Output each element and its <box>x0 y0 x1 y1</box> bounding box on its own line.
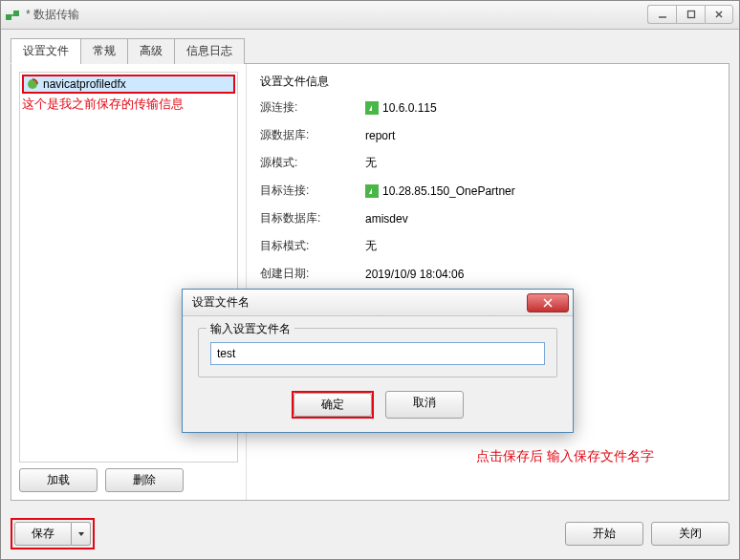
row-target-db: 目标数据库: amisdev <box>260 210 715 226</box>
db-icon <box>365 101 379 115</box>
value-created: 2019/10/9 18:04:06 <box>365 268 464 281</box>
filename-dialog: 设置文件名 输入设置文件名 确定 取消 <box>182 289 574 433</box>
row-source-schema: 源模式: 无 <box>260 155 715 171</box>
minimize-button[interactable] <box>647 5 676 24</box>
close-window-button[interactable] <box>705 5 733 24</box>
value-source-conn: 10.6.0.115 <box>382 101 437 115</box>
save-split-button: 保存 <box>11 518 95 549</box>
label-source-db: 源数据库: <box>260 127 365 143</box>
value-source-db: report <box>365 129 395 142</box>
value-target-conn: 10.28.85.150_OnePartner <box>382 184 515 198</box>
dialog-close-button[interactable] <box>527 293 569 312</box>
info-header: 设置文件信息 <box>260 74 715 90</box>
close-icon <box>542 298 554 308</box>
main-window: * 数据传输 设置文件 常规 高级 信息日志 <box>0 0 740 560</box>
row-target-conn: 目标连接: 10.28.85.150_OnePartner <box>260 183 715 199</box>
annotation-after-save: 点击保存后 输入保存文件名字 <box>476 448 654 465</box>
tab-general[interactable]: 常规 <box>80 38 128 64</box>
profile-name: navicatprofiledfx <box>43 77 126 91</box>
profile-icon <box>26 77 39 91</box>
tab-bar: 设置文件 常规 高级 信息日志 <box>11 37 729 64</box>
ok-button[interactable]: 确定 <box>294 393 372 417</box>
save-dropdown-arrow[interactable] <box>72 522 91 546</box>
label-target-conn: 目标连接: <box>260 183 365 199</box>
row-source-db: 源数据库: report <box>260 127 715 143</box>
dialog-title: 设置文件名 <box>192 294 250 311</box>
row-source-conn: 源连接: 10.6.0.115 <box>260 99 715 116</box>
filename-input[interactable] <box>210 342 545 365</box>
filename-group: 输入设置文件名 <box>198 328 557 377</box>
value-source-schema: 无 <box>365 155 377 171</box>
window-title: * 数据传输 <box>26 7 79 23</box>
label-target-schema: 目标模式: <box>260 238 365 254</box>
label-created: 创建日期: <box>260 266 365 282</box>
tab-settings-file[interactable]: 设置文件 <box>11 38 81 64</box>
db-icon <box>365 184 379 198</box>
bottom-right-buttons: 开始 关闭 <box>565 522 729 546</box>
save-button[interactable]: 保存 <box>14 522 72 546</box>
delete-button[interactable]: 删除 <box>105 468 184 492</box>
start-button[interactable]: 开始 <box>565 522 643 546</box>
tab-content: navicatprofiledfx 这个是我之前保存的传输信息 加载 删除 设置… <box>11 64 729 501</box>
label-source-schema: 源模式: <box>260 155 365 171</box>
bottom-bar: 保存 开始 关闭 <box>1 510 739 559</box>
cancel-button[interactable]: 取消 <box>385 391 464 419</box>
body-area: 设置文件 常规 高级 信息日志 navicatprofiledfx 这个是我之前… <box>1 30 739 510</box>
label-source-conn: 源连接: <box>260 99 365 116</box>
ok-button-highlight: 确定 <box>292 391 374 419</box>
annotation-previous-info: 这个是我之前保存的传输信息 <box>22 94 184 115</box>
close-button[interactable]: 关闭 <box>651 522 729 546</box>
window-controls <box>647 5 733 24</box>
right-pane: 设置文件信息 源连接: 10.6.0.115 源数据库: report 源模式:… <box>246 64 729 500</box>
maximize-button[interactable] <box>676 5 705 24</box>
svg-rect-3 <box>687 11 694 18</box>
value-target-db: amisdev <box>365 212 408 226</box>
app-icon <box>5 8 20 23</box>
value-target-schema: 无 <box>365 238 377 254</box>
dialog-body: 输入设置文件名 确定 取消 <box>183 316 573 432</box>
titlebar[interactable]: * 数据传输 <box>1 1 739 30</box>
tab-advanced[interactable]: 高级 <box>127 38 175 64</box>
dialog-action-row: 确定 取消 <box>198 391 557 419</box>
filename-group-label: 输入设置文件名 <box>207 321 294 337</box>
dialog-titlebar[interactable]: 设置文件名 <box>183 290 573 316</box>
chevron-down-icon <box>77 530 85 538</box>
left-pane: navicatprofiledfx 这个是我之前保存的传输信息 加载 删除 <box>11 64 246 500</box>
row-created: 创建日期: 2019/10/9 18:04:06 <box>260 266 715 282</box>
profile-list-item[interactable]: navicatprofiledfx <box>22 75 235 94</box>
tab-message-log[interactable]: 信息日志 <box>174 38 245 64</box>
left-button-row: 加载 删除 <box>19 468 238 492</box>
label-target-db: 目标数据库: <box>260 210 365 226</box>
row-target-schema: 目标模式: 无 <box>260 238 715 254</box>
load-button[interactable]: 加载 <box>19 468 98 492</box>
